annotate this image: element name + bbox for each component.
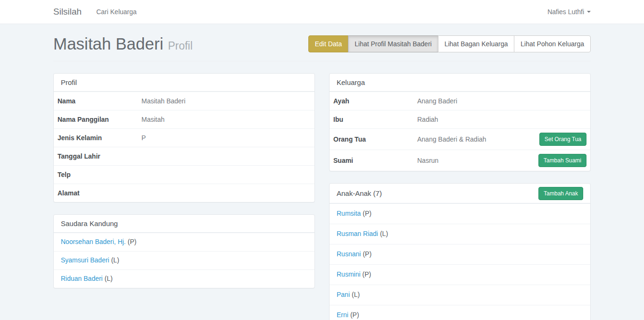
page-subtitle: Profil	[168, 40, 192, 52]
page-title: Masitah Baderi Profil	[53, 34, 193, 53]
list-item: Erni(P)	[330, 305, 590, 320]
field-label: Orang Tua	[333, 135, 417, 143]
chevron-down-icon	[587, 11, 591, 13]
field-label: Tanggal Lahir	[58, 152, 141, 160]
suami-link[interactable]: Nasrun	[417, 157, 438, 164]
list-item: Rusman Riadi(L)	[330, 224, 590, 244]
sibling-link[interactable]: Riduan Baderi	[61, 275, 103, 282]
child-link[interactable]: Rusnani	[337, 250, 361, 258]
child-link[interactable]: Erni	[337, 311, 348, 319]
brand-silsilah[interactable]: Silsilah	[53, 7, 82, 17]
field-value: P	[141, 134, 146, 142]
profil-panel-title: Profil	[54, 74, 314, 92]
lihat-profil-button[interactable]: Lihat Profil Masitah Baderi	[348, 35, 438, 52]
user-menu-dropdown[interactable]: Nafies Luthfi	[547, 8, 591, 16]
profile-action-buttons: Edit Data Lihat Profil Masitah Baderi Li…	[308, 35, 591, 52]
table-row: Ibu Radiah	[330, 110, 590, 128]
gender-label: (L)	[380, 230, 388, 237]
gender-label: (P)	[350, 311, 359, 319]
field-value: Masitah	[141, 116, 165, 123]
table-row: Suami Nasrun Tambah Suami	[330, 150, 590, 171]
saudara-kandung-panel: Saudara Kandung Noorsehan Baderi, Hj.(P)…	[53, 214, 315, 288]
field-label: Ayah	[333, 97, 417, 105]
edit-data-button[interactable]: Edit Data	[308, 35, 349, 52]
list-item: Rumsita(P)	[330, 203, 590, 224]
tambah-anak-button[interactable]: Tambah Anak	[538, 187, 583, 200]
list-item: Rusnani(P)	[330, 244, 590, 264]
table-row: Telp	[54, 165, 314, 184]
nav-link-cari-keluarga[interactable]: Cari Keluarga	[96, 8, 137, 16]
field-label: Nama	[58, 97, 141, 105]
navbar: Silsilah Cari Keluarga Nafies Luthfi	[0, 0, 644, 24]
field-label: Suami	[333, 157, 417, 164]
table-row: Jenis Kelamin P	[54, 128, 314, 147]
gender-label: (P)	[363, 210, 372, 217]
sibling-link[interactable]: Noorsehan Baderi, Hj.	[61, 238, 126, 245]
list-item: Riduan Baderi(L)	[54, 269, 314, 288]
table-row: Nama Masitah Baderi	[54, 92, 314, 110]
field-label: Nama Panggilan	[58, 116, 141, 123]
user-name: Nafies Luthfi	[547, 8, 584, 16]
field-label: Telp	[58, 171, 141, 178]
gender-label: (L)	[111, 256, 119, 264]
nama-link[interactable]: Masitah Baderi	[141, 97, 185, 105]
child-link[interactable]: Pani	[337, 291, 350, 298]
list-item: Syamsuri Baderi(L)	[54, 251, 314, 269]
keluarga-panel: Keluarga Ayah Anang Baderi Ibu Radiah Or…	[329, 73, 591, 171]
gender-label: (L)	[105, 275, 113, 282]
field-label: Alamat	[58, 189, 141, 197]
sibling-link[interactable]: Syamsuri Baderi	[61, 256, 109, 264]
anak-anak-panel-title: Anak-Anak (7)	[337, 189, 382, 197]
lihat-bagan-keluarga-button[interactable]: Lihat Bagan Keluarga	[438, 35, 515, 52]
table-row: Tanggal Lahir	[54, 147, 314, 165]
saudara-kandung-panel-title: Saudara Kandung	[54, 215, 314, 233]
child-link[interactable]: Rusmini	[337, 270, 361, 278]
gender-label: (P)	[363, 270, 372, 278]
child-link[interactable]: Rumsita	[337, 210, 361, 217]
gender-label: (P)	[128, 238, 137, 245]
page-header: Masitah Baderi Profil Edit Data Lihat Pr…	[53, 34, 591, 61]
field-label: Jenis Kelamin	[58, 134, 141, 142]
child-link[interactable]: Rusman Riadi	[337, 230, 378, 237]
table-row: Ayah Anang Baderi	[330, 92, 590, 110]
ayah-link[interactable]: Anang Baderi	[417, 97, 457, 105]
lihat-pohon-keluarga-button[interactable]: Lihat Pohon Keluarga	[514, 35, 591, 52]
list-item: Rusmini(P)	[330, 264, 590, 285]
field-label: Ibu	[333, 116, 417, 123]
person-name: Masitah Baderi	[53, 34, 163, 53]
anak-anak-panel: Anak-Anak (7) Tambah Anak Rumsita(P) Rus…	[329, 183, 591, 320]
list-item: Noorsehan Baderi, Hj.(P)	[54, 233, 314, 251]
profil-panel: Profil Nama Masitah Baderi Nama Panggila…	[53, 73, 315, 202]
anak-anak-panel-heading: Anak-Anak (7) Tambah Anak	[330, 184, 590, 203]
gender-label: (P)	[363, 250, 372, 258]
ibu-link[interactable]: Radiah	[417, 116, 438, 123]
gender-label: (L)	[352, 291, 360, 298]
table-row: Nama Panggilan Masitah	[54, 110, 314, 128]
keluarga-panel-title: Keluarga	[330, 74, 590, 92]
set-orang-tua-button[interactable]: Set Orang Tua	[539, 133, 586, 146]
table-row: Alamat	[54, 184, 314, 202]
tambah-suami-button[interactable]: Tambah Suami	[538, 154, 586, 167]
field-value: Anang Baderi & Radiah	[417, 135, 486, 143]
table-row: Orang Tua Anang Baderi & Radiah Set Oran…	[330, 128, 590, 150]
list-item: Pani(L)	[330, 285, 590, 305]
